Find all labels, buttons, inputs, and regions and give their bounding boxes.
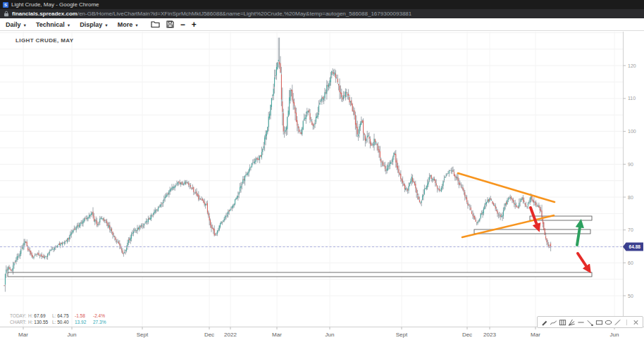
toolbar-divider (623, 317, 631, 327)
fan-lines-icon[interactable] (568, 317, 576, 327)
support-zone-bottom[interactable] (8, 272, 592, 277)
candle-up (170, 189, 171, 191)
bounce-scenario-arrow[interactable] (577, 222, 581, 245)
candle-up (387, 168, 388, 170)
candle-up (134, 230, 135, 231)
menu-more[interactable]: More▼ (118, 21, 139, 28)
chart-columns-icon[interactable] (559, 317, 566, 327)
zoom-in-icon[interactable]: + (192, 21, 197, 28)
candle-down (469, 206, 470, 206)
candle-up (91, 214, 92, 216)
chart-svg[interactable]: 1201101009080706050MarJunSeptDec2022MarJ… (0, 31, 644, 340)
candle-up (510, 197, 511, 199)
open-chart-icon[interactable] (151, 20, 160, 28)
candle-up (306, 111, 307, 113)
candle-down (440, 190, 440, 191)
candle-up (367, 136, 368, 138)
candle-up (239, 193, 240, 195)
candle-up (235, 199, 235, 204)
candle-up (199, 199, 200, 199)
x-axis-label: Dec (204, 332, 214, 338)
candle-up (35, 256, 35, 256)
candle-up (486, 202, 487, 203)
candle-up (87, 218, 87, 220)
legend-today-row: TODAY: H: 67.69 L: 64.75 -1.58 -2.4% (10, 313, 113, 320)
candle-down (526, 205, 526, 207)
candle-down (454, 172, 454, 176)
candle-down (142, 226, 143, 227)
browser-urlbar[interactable]: financials.spreadex.com/en-GB/Home/LiveC… (0, 9, 644, 18)
menu-technical[interactable]: Technical▼ (36, 21, 70, 28)
candle-down (407, 189, 407, 189)
candle-up (225, 216, 225, 219)
candle-up (168, 191, 169, 195)
candle-up (64, 242, 65, 244)
curve-icon[interactable] (550, 317, 557, 327)
candle-down (190, 186, 190, 187)
candle-down (516, 205, 516, 207)
candle-up (144, 224, 144, 225)
candle-down (439, 189, 440, 190)
candle-up (71, 232, 72, 235)
candle-down (385, 165, 385, 168)
candle-up (67, 239, 68, 243)
candle-up (70, 234, 70, 236)
candle-up (264, 146, 264, 149)
candle-up (392, 157, 393, 162)
candle-up (483, 208, 484, 213)
candle-up (219, 226, 220, 230)
legend-today-low: L: 64.75 (52, 313, 75, 320)
candle-down (66, 240, 67, 241)
candle-up (221, 222, 222, 224)
candle-down (540, 209, 541, 211)
drop-scenario-arrow[interactable] (578, 253, 589, 270)
candle-down (32, 253, 32, 257)
zoom-out-icon[interactable]: − (180, 21, 185, 28)
candle-up (290, 90, 291, 101)
candle-up (60, 244, 61, 246)
candle-up (528, 203, 529, 203)
save-chart-icon[interactable] (166, 20, 174, 28)
candle-down (493, 201, 493, 203)
menu-display[interactable]: Display▼ (80, 21, 108, 28)
candle-up (217, 230, 218, 234)
candle-down (417, 194, 418, 195)
candle-up (131, 234, 132, 239)
candle-up (388, 165, 388, 170)
candle-up (330, 80, 330, 86)
horizontal-line-icon[interactable] (577, 317, 585, 327)
candle-down (543, 222, 544, 230)
candle-up (139, 227, 140, 229)
candle-down (404, 184, 405, 189)
candle-up (527, 207, 528, 208)
candle-up (314, 125, 314, 126)
candle-down (473, 216, 474, 218)
candle-up (445, 177, 445, 178)
candle-up (111, 229, 111, 231)
candle-down (192, 188, 193, 189)
ellipse-tool-icon[interactable] (605, 317, 612, 327)
candle-up (39, 256, 40, 256)
rectangle-tool-icon[interactable] (595, 317, 603, 327)
candle-down (538, 206, 539, 207)
triangle-upper-line[interactable] (458, 173, 555, 202)
candle-up (278, 60, 279, 61)
pencil-icon[interactable] (540, 317, 548, 327)
candle-down (523, 197, 524, 201)
close-icon[interactable] (632, 317, 640, 327)
menu-daily[interactable]: Daily▼ (6, 21, 27, 28)
candle-up (233, 205, 233, 208)
trendline-icon[interactable] (586, 317, 594, 327)
candle-up (452, 170, 452, 171)
candle-down (301, 132, 302, 134)
chart-area[interactable]: 1201101009080706050MarJunSeptDec2022MarJ… (0, 31, 644, 340)
candle-down (378, 146, 378, 150)
candle-up (163, 199, 164, 201)
candle-up (49, 251, 50, 253)
chevron-down-icon: ▼ (104, 23, 108, 27)
window-title: Light Crude, May - Google Chrome (11, 1, 99, 8)
url-text[interactable]: financials.spreadex.com/en-GB/Home/LiveC… (12, 11, 411, 17)
candle-up (443, 181, 444, 186)
candle-up (267, 127, 268, 132)
diagonal-line-icon[interactable] (614, 317, 621, 327)
